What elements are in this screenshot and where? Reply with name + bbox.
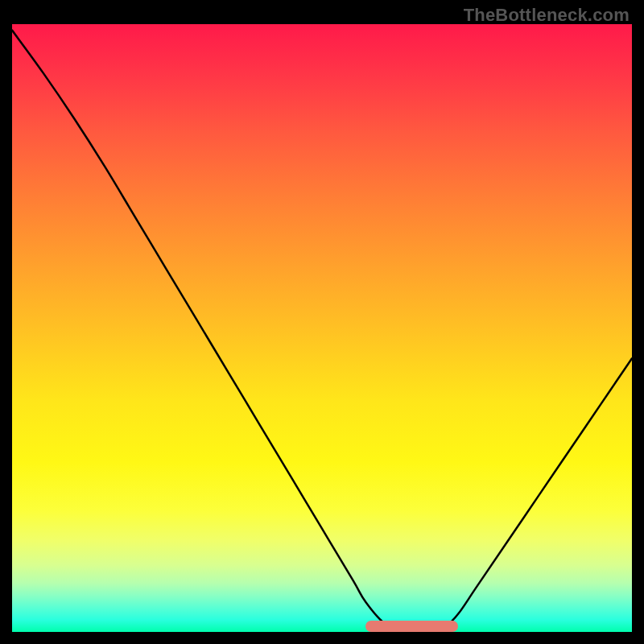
attribution-text: TheBottleneck.com: [464, 5, 630, 26]
chart-container: TheBottleneck.com: [0, 0, 644, 644]
optimal-range-highlight: [365, 621, 459, 632]
bottleneck-curve: [12, 24, 632, 632]
